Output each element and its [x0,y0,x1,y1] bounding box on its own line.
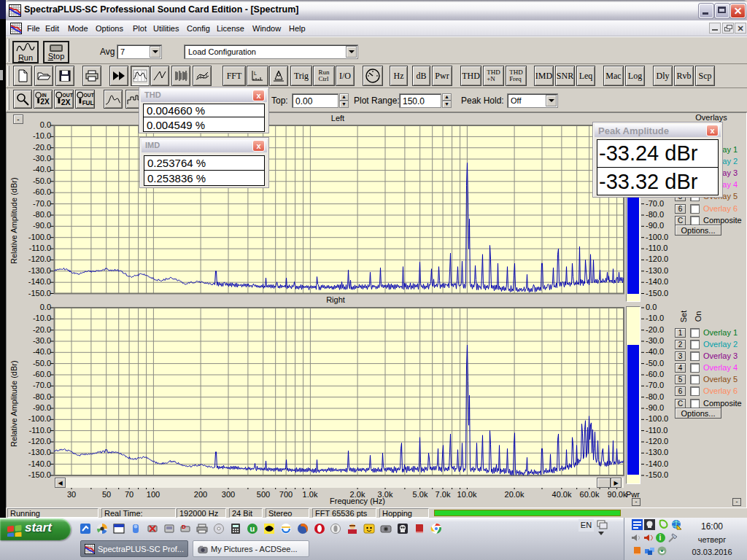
svg-text:FULL: FULL [82,100,94,106]
svg-text:2X: 2X [61,98,71,106]
svg-text:OUT: OUT [84,93,94,98]
svg-text:L: L [254,71,257,76]
svg-text:IN: IN [42,93,47,98]
svg-text:2X: 2X [40,98,50,106]
